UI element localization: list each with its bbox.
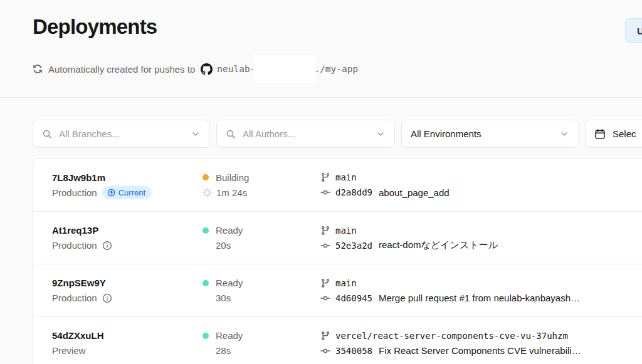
authors-placeholder: All Authors... (243, 128, 295, 139)
deployment-git: vercel/react-server-components-cve-vu-37… (320, 329, 642, 357)
commit-message: Merge pull request #1 from neulab-kanbay… (379, 293, 580, 303)
git-branch-icon (320, 278, 330, 288)
status-dot-ready (203, 333, 209, 339)
branches-filter[interactable]: All Branches... (33, 120, 210, 148)
commit-hash: 52e3a2d (335, 241, 372, 251)
info-icon[interactable] (102, 241, 112, 251)
spinner-icon (203, 188, 212, 197)
deployment-meta: 54dZXxuLH Preview (52, 329, 203, 357)
deployment-row[interactable]: 9ZnpSEw9Y Production Ready 30s (33, 264, 642, 316)
branches-placeholder: All Branches... (59, 128, 120, 139)
branch-name: vercel/react-server-components-cve-vu-37… (335, 331, 568, 341)
status-label: Ready (216, 330, 243, 341)
deployment-git: main 4d60945 Merge pull request #1 from … (320, 276, 642, 304)
repo-path-suffix: ./my-app (314, 64, 358, 74)
deployment-id: 9ZnpSEw9Y (52, 276, 203, 289)
status-label: Ready (216, 225, 243, 236)
upgrade-button[interactable]: Up (625, 18, 642, 43)
arrow-up-circle-icon (107, 189, 115, 197)
repo-owner-prefix: neulab- (217, 64, 255, 74)
page-title: Deployments (33, 15, 609, 39)
subtitle-text: Automatically created for pushes to (48, 64, 195, 75)
info-icon[interactable] (102, 293, 112, 303)
branch-name: main (335, 226, 357, 236)
calendar-icon (594, 128, 606, 140)
github-icon (201, 63, 213, 75)
deployment-git: main d2a8dd9 about_page_add (320, 171, 642, 199)
commit-message: react-domなどインストール (379, 239, 498, 251)
status-dot-ready (203, 280, 209, 286)
branch-name: main (335, 278, 357, 288)
commit-hash: d2a8dd9 (335, 187, 372, 197)
search-icon (226, 129, 236, 139)
status-dot-building (203, 174, 209, 180)
commit-hash: 3540058 (335, 346, 372, 356)
deployment-row[interactable]: At1req13P Production Ready 20s (33, 211, 642, 264)
branch-name: main (335, 172, 357, 182)
authors-filter[interactable]: All Authors... (216, 120, 395, 148)
deployment-git: main 52e3a2d react-domなどインストール (320, 224, 642, 252)
git-commit-icon (320, 346, 330, 356)
environment-label: Preview (52, 345, 85, 356)
git-branch-icon (320, 226, 330, 236)
duration-label: 28s (216, 345, 231, 356)
deployment-meta: 9ZnpSEw9Y Production (52, 276, 203, 304)
deployment-status: Ready 20s (203, 224, 320, 252)
deployments-list: 7L8Jw9b1m Production Current Building (33, 158, 642, 364)
commit-message: Fix React Server Components CVE vulnerab… (379, 345, 581, 356)
git-branch-icon (320, 172, 330, 182)
deployment-id: 54dZXxuLH (52, 329, 203, 342)
page-header: Deployments Automatically created for pu… (0, 0, 642, 98)
repo-link[interactable]: neulab- ./my-app (201, 55, 358, 83)
duration-label: 30s (216, 293, 231, 303)
redaction-box (253, 55, 316, 83)
environment-label: Production (52, 187, 97, 198)
deployment-meta: 7L8Jw9b1m Production Current (52, 171, 203, 199)
chevron-down-icon (559, 129, 569, 139)
git-commit-icon (320, 187, 330, 197)
deployment-id: 7L8Jw9b1m (52, 171, 203, 184)
git-branch-icon (320, 331, 330, 341)
deployment-status: Ready 28s (203, 329, 320, 357)
environment-label: Production (52, 240, 97, 251)
current-badge: Current (102, 186, 152, 199)
duration-label: 1m 24s (216, 187, 247, 198)
git-commit-icon (320, 293, 330, 303)
date-range-label: Selec (613, 128, 636, 139)
chevron-down-icon (191, 129, 201, 139)
duration-label: 20s (216, 240, 231, 251)
deployment-status: Building 1m 24s (203, 171, 320, 199)
chevron-down-icon (376, 129, 386, 139)
status-dot-ready (203, 227, 209, 234)
environments-value: All Environments (411, 128, 482, 139)
commit-hash: 4d60945 (335, 293, 372, 303)
search-icon (42, 129, 52, 139)
status-label: Building (216, 172, 249, 183)
filter-bar: All Branches... All Authors... All Envir… (0, 120, 642, 148)
environment-label: Production (52, 293, 97, 303)
deployments-subtitle: Automatically created for pushes to neul… (33, 55, 609, 83)
environments-filter[interactable]: All Environments (401, 120, 579, 148)
date-range-filter[interactable]: Selec (585, 120, 642, 148)
deployment-row[interactable]: 7L8Jw9b1m Production Current Building (33, 159, 642, 211)
deployment-id: At1req13P (52, 224, 203, 237)
deployment-status: Ready 30s (203, 276, 320, 304)
deployment-meta: At1req13P Production (52, 224, 203, 252)
git-commit-icon (320, 241, 330, 251)
deployment-row[interactable]: 54dZXxuLH Preview Ready 28s vercel/react… (33, 316, 642, 364)
status-label: Ready (216, 278, 243, 288)
refresh-icon (33, 64, 43, 74)
commit-message: about_page_add (379, 187, 450, 198)
